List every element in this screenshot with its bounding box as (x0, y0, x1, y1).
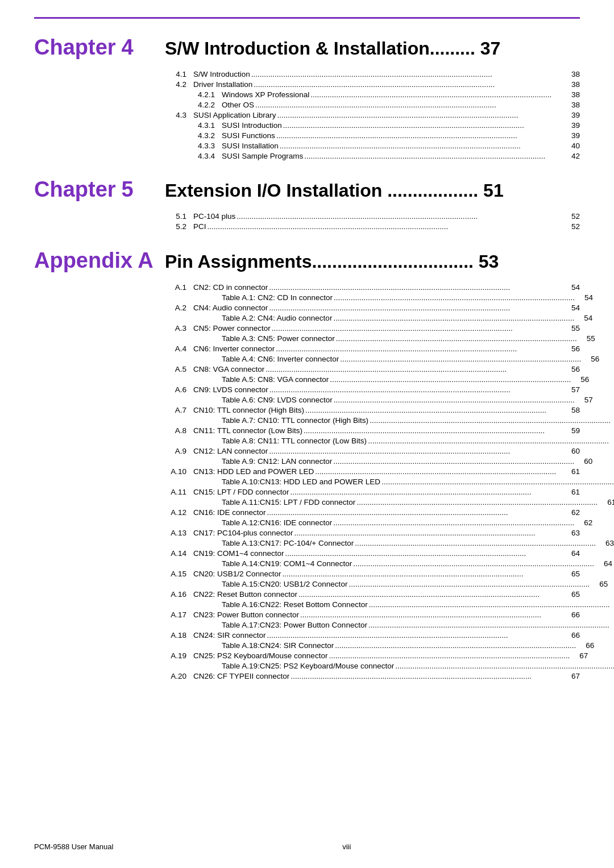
chapter5-title-text: Extension I/O Installation .............… (165, 180, 504, 201)
text-4-2-2: Other OS (222, 101, 254, 109)
num-4-3-1: 4.3.1 (193, 121, 222, 130)
dots-a17-table: ........................................… (368, 621, 609, 629)
page-a6-table: 57 (576, 396, 593, 404)
leader-a10-table: Table A.10:CN13: HDD LED and POWER LED .… (222, 477, 614, 486)
leader-5-2: PCI ....................................… (193, 222, 580, 231)
toc-entry-a6-table: Table A.6: CN9: LVDS connector .........… (34, 396, 580, 404)
page-a18-table: 66 (577, 641, 594, 650)
text-a7-table: Table A.7: CN10: TTL connector (High Bit… (222, 416, 368, 425)
toc-entry-a14-table: Table A.14:CN19: COM1~4 Connector ......… (34, 559, 580, 568)
dots-a6-table: ........................................… (334, 396, 575, 404)
num-a13: A.13 (165, 529, 193, 537)
leader-4-2-2: Other OS ...............................… (222, 101, 580, 109)
page-4-3-3: 40 (563, 142, 580, 150)
dots-4-3-2: ........................................… (276, 131, 562, 140)
text-a15-table: Table A.15:CN20: USB1/2 Connector (222, 580, 347, 588)
leader-a6: CN9: LVDS connector ....................… (193, 385, 580, 394)
dots-4-3-1: ........................................… (283, 121, 562, 130)
dots-a1: ........................................… (269, 283, 562, 292)
dots-a20: ........................................… (291, 672, 562, 680)
leader-a8-table: Table A.8: CN11: TTL connector (Low Bits… (222, 437, 614, 445)
page-a17: 66 (563, 610, 580, 619)
page-a7: 58 (563, 406, 580, 414)
text-a11: CN15: LPT / FDD connector (193, 488, 289, 496)
page-a2: 54 (563, 304, 580, 312)
leader-a2: CN4: Audio connector ...................… (193, 304, 580, 312)
dots-5-2: ........................................… (208, 222, 562, 231)
text-5-2: PCI (193, 222, 206, 231)
toc-entry-a17-table: Table A.17:CN23: Power Button Connector … (34, 621, 580, 629)
dots-a7-table: ........................................… (370, 416, 611, 425)
toc-entry-a17: A.17 CN23: Power Button connector ......… (34, 610, 580, 619)
appendix-label-col: Appendix A (34, 248, 165, 273)
toc-entry-4-2-1: 4.2.1 Windows XP Professional ..........… (34, 90, 580, 99)
dots-a11: ........................................… (291, 488, 562, 496)
leader-a4: CN6: Inverter connector ................… (193, 344, 580, 353)
page-4-3-2: 39 (563, 131, 580, 140)
page-a13: 63 (563, 529, 580, 537)
page-4-2-2: 38 (563, 101, 580, 109)
toc-entry-a13: A.13 CN17: PC104-plus connector ........… (34, 529, 580, 537)
leader-4-3-4: SUSI Sample Programs ...................… (222, 152, 580, 160)
page-4-2: 38 (563, 80, 580, 89)
dots-a12-table: ........................................… (333, 518, 574, 527)
leader-a1-table: Table A.1: CN2: CD In connector ........… (222, 293, 593, 302)
page-a11: 61 (563, 488, 580, 496)
leader-a3-table: Table A.3: CN5: Power connector ........… (222, 334, 595, 343)
num-4-2-1: 4.2.1 (193, 90, 222, 99)
leader-a9-table: Table A.9: CN12: LAN connector .........… (222, 457, 592, 466)
text-a5: CN8: VGA connector (193, 365, 264, 373)
toc-entry-a2: A.2 CN4: Audio connector ...............… (34, 304, 580, 312)
dots-a2: ........................................… (269, 304, 562, 312)
num-a19: A.19 (165, 651, 193, 660)
toc-entry-a4-table: Table A.4: CN6: Inverter connector .....… (34, 355, 580, 363)
text-a8-table: Table A.8: CN11: TTL connector (Low Bits… (222, 437, 367, 445)
dots-4-3: ........................................… (277, 111, 562, 119)
dots-a14: ........................................… (285, 549, 562, 558)
num-a17: A.17 (165, 610, 193, 619)
dots-a14-table: ........................................… (353, 559, 594, 568)
toc-entry-a3-table: Table A.3: CN5: Power connector ........… (34, 334, 580, 343)
num-a5: A.5 (165, 365, 193, 373)
leader-a6-table: Table A.6: CN9: LVDS connector .........… (222, 396, 593, 404)
page-a5: 56 (563, 365, 580, 373)
chapter4-label: Chapter (34, 36, 116, 60)
text-a2-table: Table A.2: CN4: Audio connector (222, 314, 332, 322)
chapter5-title: Extension I/O Installation .............… (165, 180, 580, 201)
text-a7: CN10: TTL connector (High Bits) (193, 406, 304, 414)
toc-entry-a7-table: Table A.7: CN10: TTL connector (High Bit… (34, 416, 580, 425)
toc-entry-4-2: 4.2 Driver Installation ................… (34, 80, 580, 89)
leader-a16-table: Table A.16:CN22: Reset Bottom Connector … (222, 600, 614, 609)
dots-a18-table: ........................................… (335, 641, 576, 650)
leader-a13-table: Table A.13:CN17: PC-104/+ Connector ....… (222, 539, 614, 547)
num-a14: A.14 (165, 549, 193, 558)
dots-a8-table: ........................................… (368, 437, 609, 445)
dots-a12: ........................................… (267, 508, 562, 517)
leader-a14: CN19: COM1~4 connector .................… (193, 549, 580, 558)
page-a7-table: 58 (612, 416, 614, 425)
dots-4-1: ........................................… (251, 70, 562, 78)
toc-entry-a19: A.19 CN25: PS2 Keyboard/Mouse connector … (34, 651, 580, 660)
dots-a5-table: ........................................… (330, 375, 571, 384)
leader-a9: CN12: LAN connector ....................… (193, 447, 580, 455)
num-a10: A.10 (165, 467, 193, 476)
dots-a6: ........................................… (269, 385, 562, 394)
num-a8: A.8 (165, 426, 193, 435)
num-a9: A.9 (165, 447, 193, 455)
leader-a12-table: Table A.12:CN16: IDE connector .........… (222, 518, 592, 527)
toc-entry-a12: A.12 CN16: IDE connector ...............… (34, 508, 580, 517)
leader-a19-table: Table A.19:CN25: PS2 Keyboard/Mouse conn… (222, 662, 614, 670)
page-a8-table: 59 (610, 437, 614, 445)
text-a14-table: Table A.14:CN19: COM1~4 Connector (222, 559, 352, 568)
text-a16-table: Table A.16:CN22: Reset Bottom Connector (222, 600, 368, 609)
footer-left: PCM-9588 User Manual (34, 842, 113, 851)
toc-entry-4-3: 4.3 SUSI Application Library ...........… (34, 111, 580, 119)
text-a1: CN2: CD in connector (193, 283, 268, 292)
toc-entry-a3: A.3 CN5: Power connector ...............… (34, 324, 580, 333)
num-a1: A.1 (165, 283, 193, 292)
page-a9-table: 60 (575, 457, 592, 466)
dots-a13-table: ........................................… (355, 539, 596, 547)
text-a2: CN4: Audio connector (193, 304, 268, 312)
leader-a2-table: Table A.2: CN4: Audio connector ........… (222, 314, 592, 322)
num-4-1: 4.1 (165, 70, 193, 78)
